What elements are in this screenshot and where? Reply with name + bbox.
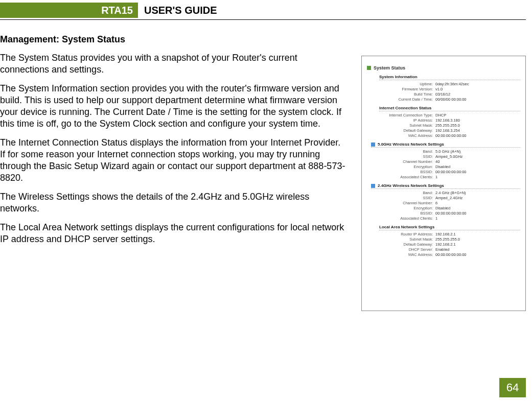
square-icon (367, 66, 371, 70)
ss-value: 03/16/12 (435, 92, 450, 97)
ss-title: System Status (374, 65, 405, 70)
ss-section-label: 2.4GHz Wireless Network Settings (378, 183, 444, 188)
ss-row: Encryption:Disabled (367, 164, 520, 169)
header-product-box: RTA15 (0, 3, 138, 18)
ss-row: Channel Number:6 (367, 201, 520, 205)
ss-key: Band: (379, 149, 435, 154)
ss-value: Disabled (435, 164, 450, 169)
ss-section-internet-connection: Internet Connection Status Internet Conn… (367, 106, 520, 138)
ss-value: 0day:2h:36m:42sec (435, 82, 469, 86)
ss-key: Default Gateway: (379, 128, 435, 133)
page-number: 64 (506, 381, 519, 394)
ss-row: Associated Clients:1 (367, 175, 520, 179)
ss-key: Build Time: (379, 92, 435, 97)
ss-row: Band:5.0 GHz (A+N) (367, 149, 520, 154)
ss-value: 192.168.2.1 (435, 232, 456, 236)
ss-value: 00/00/00 00:00:00 (435, 97, 466, 102)
ss-key: Encryption: (379, 164, 435, 169)
ss-value: 1 (435, 175, 437, 179)
paragraph: The Internet Connection Status displays … (0, 137, 348, 184)
ss-section-label: Local Area Network Settings (379, 225, 434, 229)
ss-key: Router IP Address: (379, 232, 435, 236)
paragraph: The System Information section provides … (0, 83, 348, 130)
ss-section-system-information: System Information Uptime:0day:2h:36m:42… (367, 75, 520, 102)
header-title: USER'S GUIDE (144, 3, 217, 18)
ss-key: Channel Number: (379, 201, 435, 205)
ss-row: IP Address:192.168.3.180 (367, 118, 520, 123)
ss-section-label: System Information (379, 75, 418, 79)
ss-row: Uptime:0day:2h:36m:42sec (367, 82, 520, 86)
ss-value: 00:00:00:00:00:00 (435, 211, 466, 216)
paragraph: The Local Area Network settings displays… (0, 222, 348, 245)
ss-row: MAC Address:00:00:00:00:00:00 (367, 252, 520, 257)
ss-key: SSID: (379, 196, 435, 200)
ss-section-head: 2.4GHz Wireless Network Settings (371, 183, 520, 189)
ss-row: Encryption:Disabled (367, 206, 520, 210)
paragraph: The System Status provides you with a sn… (0, 52, 348, 76)
body-text: The System Status provides you with a sn… (0, 52, 348, 245)
ss-key: Firmware Version: (379, 87, 435, 91)
ss-row: BSSID:00:00:00:00:00:00 (367, 211, 520, 216)
ss-value: 00:00:00:00:00:00 (435, 170, 466, 174)
ss-key: Channel Number: (379, 159, 435, 164)
ss-value: DHCP (435, 113, 446, 117)
ss-section-lan: Local Area Network Settings Router IP Ad… (367, 225, 520, 257)
ss-section-24ghz-wireless: 2.4GHz Wireless Network Settings Band:2.… (367, 183, 520, 221)
ss-row: Build Time:03/16/12 (367, 92, 520, 97)
ss-row: DHCP Server:Enabled (367, 247, 520, 252)
ss-row: SSID:Amped_2.4GHz (367, 196, 520, 200)
ss-key: Subnet Mask: (379, 123, 435, 128)
ss-key: Associated Clients: (379, 216, 435, 221)
page-number-box: 64 (499, 378, 526, 397)
ss-row: Subnet Mask:255.255.255.0 (367, 237, 520, 242)
ss-value: 5.0 GHz (A+N) (435, 149, 460, 154)
ss-key: SSID: (379, 154, 435, 159)
ss-value: 192.168.3.180 (435, 118, 460, 123)
ss-value: 00:00:00:00:00:00 (435, 252, 466, 257)
ss-key: BSSID: (379, 170, 435, 174)
paragraph: The Wireless Settings shows the details … (0, 191, 348, 215)
square-icon (371, 184, 375, 188)
ss-value: 1 (435, 216, 437, 221)
ss-row: Band:2.4 GHz (B+G+N) (367, 191, 520, 195)
page: RTA15 USER'S GUIDE Management: System St… (0, 3, 532, 404)
ss-row: Firmware Version:v1.0 (367, 87, 520, 91)
router-ui-screenshot: System Status System Information Uptime:… (361, 56, 526, 311)
ss-key: Subnet Mask: (379, 237, 435, 242)
ss-key: DHCP Server: (379, 247, 435, 252)
square-icon (371, 142, 375, 147)
ss-row: Default Gateway:192.168.2.1 (367, 242, 520, 247)
ss-system-status-header: System Status (367, 65, 520, 70)
ss-section-5ghz-wireless: 5.0GHz Wireless Network Settings Band:5.… (367, 142, 520, 179)
ss-row: MAC Address:00:00:00:00:00:00 (367, 133, 520, 138)
ss-value: 6 (435, 201, 437, 205)
ss-key: BSSID: (379, 211, 435, 216)
ss-row: BSSID:00:00:00:00:00:00 (367, 170, 520, 174)
ss-key: Current Date / Time: (379, 97, 435, 102)
ss-section-head: System Information (379, 75, 520, 80)
header-bar: RTA15 USER'S GUIDE (0, 3, 532, 20)
ss-key: Band: (379, 191, 435, 195)
ss-key: Encryption: (379, 206, 435, 210)
ss-row: Current Date / Time:00/00/00 00:00:00 (367, 97, 520, 102)
ss-key: Internet Connection Type: (379, 113, 435, 117)
ss-value: 255.255.255.0 (435, 237, 460, 242)
ss-value: 192.168.2.1 (435, 242, 456, 247)
ss-value: Enabled (435, 247, 450, 252)
ss-value: 255.255.255.0 (435, 123, 460, 128)
ss-value: 192.168.3.254 (435, 128, 460, 133)
ss-row: Associated Clients:1 (367, 216, 520, 221)
ss-value: Amped_2.4GHz (435, 196, 462, 200)
ss-value: 40 (435, 159, 440, 164)
ss-key: Default Gateway: (379, 242, 435, 247)
ss-key: MAC Address: (379, 133, 435, 138)
ss-key: Uptime: (379, 82, 435, 86)
ss-section-label: 5.0GHz Wireless Network Settings (378, 142, 444, 147)
ss-row: Router IP Address:192.168.2.1 (367, 232, 520, 236)
ss-value: v1.0 (435, 87, 443, 91)
ss-row: Default Gateway:192.168.3.254 (367, 128, 520, 133)
content: Management: System Status The System Sta… (0, 31, 526, 376)
header-product: RTA15 (101, 5, 133, 16)
ss-row: Channel Number:40 (367, 159, 520, 164)
ss-value: Disabled (435, 206, 450, 210)
